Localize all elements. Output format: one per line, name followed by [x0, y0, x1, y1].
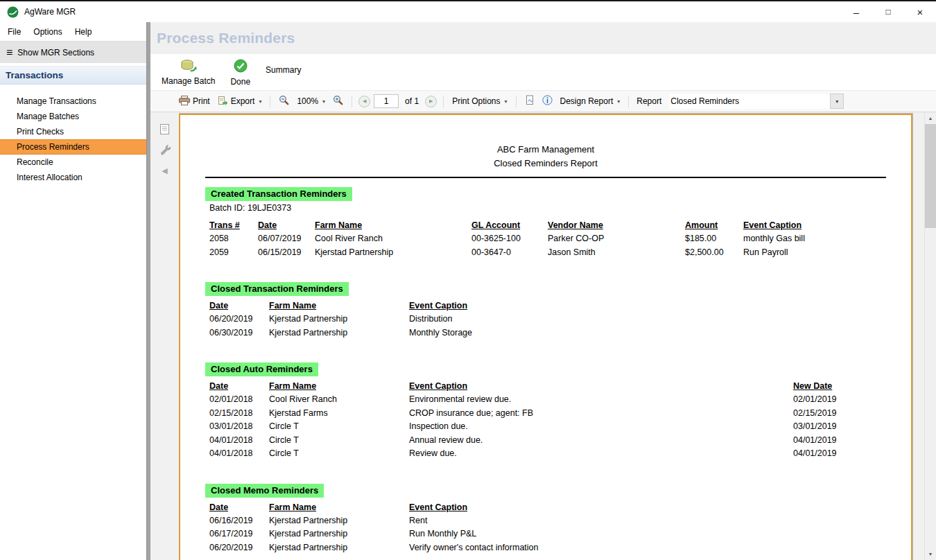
print-label: Print — [193, 96, 210, 106]
table-row: 02/01/2018Cool River RanchEnvironmental … — [209, 394, 886, 408]
menu-help[interactable]: Help — [69, 27, 98, 37]
report-selector-combobox[interactable]: Closed Reminders ▾ — [669, 94, 844, 109]
column-header: Trans # — [209, 220, 258, 234]
document-properties-button[interactable] — [540, 94, 555, 109]
info-icon — [542, 95, 553, 107]
report-table: DateFarm NameEvent CaptionNew Date02/01/… — [209, 381, 886, 462]
report-selector-value: Closed Reminders — [669, 96, 739, 106]
table-cell: Cool River Ranch — [269, 394, 409, 408]
table-cell: 04/01/2019 — [793, 448, 886, 462]
table-cell: Circle T — [269, 435, 409, 449]
collapse-left-icon: ◀ — [162, 166, 167, 175]
done-button[interactable]: Done — [230, 59, 250, 87]
table-row: 06/16/2019Kjerstad PartnershipRent — [209, 516, 886, 530]
report-title: Closed Reminders Report — [205, 157, 886, 170]
table-cell: Circle T — [269, 448, 409, 462]
table-cell: 06/15/2019 — [258, 247, 315, 261]
section-title-row: Closed Auto Reminders — [205, 362, 886, 376]
table-row: 06/17/2019Kjerstad PartnershipRun Monthl… — [209, 529, 886, 543]
print-options-dropdown[interactable]: Print Options ▾ — [450, 95, 509, 107]
zoom-in-button[interactable] — [331, 94, 345, 109]
report-section: Closed Transaction RemindersDateFarm Nam… — [205, 282, 886, 341]
toolbar-separator — [270, 96, 270, 107]
menu-file[interactable]: File — [1, 27, 27, 37]
table-row: 06/30/2019Kjerstad PartnershipMonthly St… — [209, 328, 886, 342]
next-page-icon: ▶ — [429, 98, 433, 104]
section-header-highlight: Closed Auto Reminders — [205, 362, 318, 376]
table-cell: Annual review due. — [409, 435, 793, 449]
table-cell: Review due. — [409, 448, 793, 462]
table-cell: Environmental review due. — [409, 394, 793, 408]
report-table: DateFarm NameEvent Caption06/20/2019Kjer… — [209, 301, 886, 341]
section-title-row: Closed Transaction Reminders — [205, 282, 886, 296]
table-cell: 00-3647-0 — [471, 247, 548, 261]
sidebar-item-manage-transactions[interactable]: Manage Transactions — [0, 94, 146, 109]
sidebar-nav: Manage Transactions Manage Batches Print… — [0, 85, 146, 185]
manage-batch-icon — [180, 59, 197, 74]
report-section: Created Transaction RemindersBatch ID: 1… — [205, 187, 886, 261]
table-cell: Rent — [409, 516, 886, 530]
table-header-row: Trans #DateFarm NameGL AccountVendor Nam… — [209, 220, 886, 234]
report-viewer: ◀ ABC Farm Management Closed Reminders R… — [150, 112, 936, 560]
show-mgr-sections-button[interactable]: ≡ Show MGR Sections — [0, 41, 146, 63]
parameters-button[interactable] — [158, 143, 172, 157]
print-options-label: Print Options — [452, 96, 500, 106]
print-button[interactable]: Print — [177, 94, 212, 109]
app-window: AgWare MGR – □ × File Options Help ≡ Sho… — [0, 0, 936, 560]
zoom-out-button[interactable] — [277, 94, 291, 109]
column-header: Amount — [685, 220, 743, 234]
document-map-button[interactable] — [158, 123, 172, 137]
table-cell: Kjerstad Farms — [269, 408, 409, 422]
document-icon — [159, 123, 170, 137]
scrollbar-thumb[interactable] — [925, 124, 936, 228]
table-header-row: DateFarm NameEvent Caption — [209, 502, 886, 516]
export-dropdown-button[interactable]: Export ▾ — [216, 94, 264, 109]
collapse-panel-button[interactable]: ◀ — [158, 164, 172, 177]
table-cell: 03/01/2018 — [209, 421, 269, 435]
section-header-highlight: Created Transaction Reminders — [205, 187, 352, 201]
toolbar-separator — [352, 96, 352, 107]
chevron-down-icon: ▾ — [835, 98, 838, 105]
sidebar-item-manage-batches[interactable]: Manage Batches — [0, 109, 146, 124]
page-number-input[interactable] — [374, 94, 399, 108]
wrench-icon — [159, 144, 171, 157]
table-cell: 00-3625-100 — [471, 234, 548, 247]
table-cell: 06/20/2019 — [209, 543, 269, 557]
printer-icon — [179, 96, 190, 107]
table-cell: $2,500.00 — [685, 247, 743, 261]
maximize-button[interactable]: □ — [872, 1, 904, 22]
scroll-down-button[interactable]: ▼ — [925, 548, 936, 560]
table-header-row: DateFarm NameEvent CaptionNew Date — [209, 381, 886, 394]
sidebar-item-reconcile[interactable]: Reconcile — [0, 155, 146, 170]
scroll-up-button[interactable]: ▲ — [925, 112, 936, 124]
minimize-button[interactable]: – — [840, 1, 872, 22]
window-body: File Options Help ≡ Show MGR Sections Tr… — [0, 22, 936, 560]
table-cell: 04/01/2018 — [209, 448, 269, 462]
summary-button[interactable]: Summary — [266, 65, 301, 75]
table-row: 205906/15/2019Kjerstad Partnership00-364… — [209, 247, 886, 261]
show-mgr-sections-label: Show MGR Sections — [17, 48, 94, 58]
app-logo-icon — [7, 6, 19, 18]
table-row: 205806/07/2019Cool River Ranch00-3625-10… — [209, 234, 886, 247]
table-cell: 2059 — [209, 247, 258, 261]
combobox-dropdown-button[interactable]: ▾ — [830, 94, 844, 109]
column-header: Event Caption — [743, 220, 886, 234]
sidebar-item-print-checks[interactable]: Print Checks — [0, 124, 146, 139]
table-cell: 06/16/2019 — [209, 516, 269, 530]
dropdown-caret-icon: ▾ — [617, 98, 620, 105]
menu-options[interactable]: Options — [27, 27, 68, 37]
menubar: File Options Help — [0, 22, 146, 41]
column-header: GL Account — [471, 220, 548, 234]
close-button[interactable]: × — [904, 1, 936, 22]
manage-batch-button[interactable]: Manage Batch — [162, 59, 215, 86]
design-report-dropdown[interactable]: Design Report ▾ — [558, 95, 623, 107]
vertical-scrollbar[interactable]: ▲ ▼ — [924, 112, 936, 560]
sidebar-item-process-reminders[interactable]: Process Reminders — [0, 139, 146, 155]
sidebar-item-interest-allocation[interactable]: Interest Allocation — [0, 170, 146, 185]
next-page-button[interactable]: ▶ — [425, 96, 437, 107]
page-setup-button[interactable] — [523, 94, 537, 109]
previous-page-button[interactable]: ◀ — [358, 96, 370, 107]
zoom-level-dropdown[interactable]: 100% ▾ — [295, 95, 327, 107]
column-header: Vendor Name — [548, 220, 685, 234]
table-row: 06/20/2019Kjerstad PartnershipDistributi… — [209, 314, 886, 328]
